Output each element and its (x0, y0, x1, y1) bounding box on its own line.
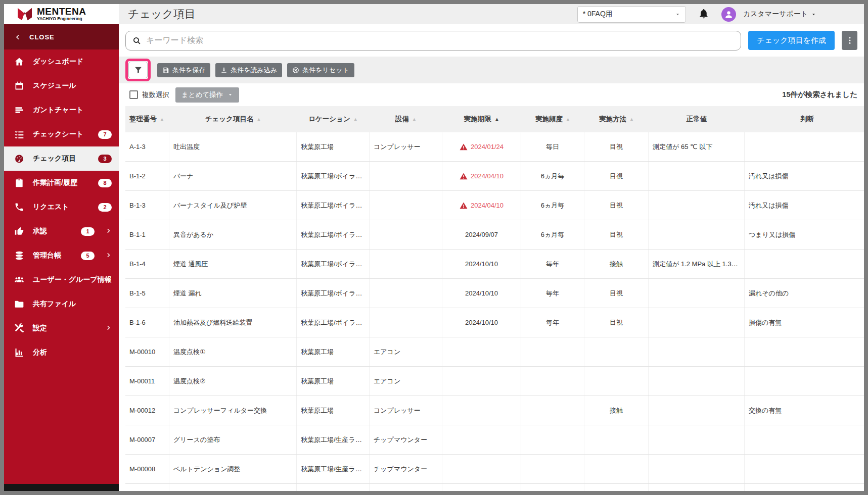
cell-empty (169, 484, 297, 491)
column-header-frequency[interactable]: 実施頻度▲ (521, 106, 584, 132)
table-row-B-1-6[interactable]: B-1-6油加熱器及び燃料送給装置秋葉原工場/ボイラ…2024/10/10毎年目… (125, 308, 864, 337)
sidebar-item-dashboard[interactable]: ダッシュボード (4, 49, 119, 74)
cell-location: 秋葉原工場 (297, 367, 370, 395)
cell-method (584, 455, 649, 483)
table-row-A-1-3[interactable]: A-1-3吐出温度秋葉原工場コンプレッサー2024/01/24毎日目視測定値が … (125, 132, 864, 162)
table-row-B-1-4[interactable]: B-1-4煙道 通風圧秋葉原工場/ボイラ…2024/10/10毎年接触測定値が … (125, 250, 864, 279)
calendar-icon (14, 80, 25, 91)
sidebar-item-checkitem[interactable]: チェック項目 3 (4, 146, 119, 171)
cell-judgment: 交換の有無 (745, 396, 864, 425)
brand-logo-area[interactable]: MENTENA YACHIYO Engineering (4, 4, 119, 24)
column-header-name[interactable]: チェック項目名▲ (169, 106, 297, 132)
cell-normal (649, 367, 745, 395)
table-row-B-1-5[interactable]: B-1-5煙道 漏れ秋葉原工場/ボイラ…2024/10/10毎年目視漏れその他の (125, 279, 864, 308)
cell-deadline: 2024/10/10 (442, 250, 521, 278)
sidebar-item-users[interactable]: ユーザー・グループ情報 (4, 268, 119, 292)
reset-conditions-button[interactable]: 条件をリセット (287, 63, 354, 77)
cell-judgment: 汚れ又は損傷 (745, 162, 864, 190)
cell-judgment: 漏れその他の (745, 279, 864, 308)
person-icon (724, 10, 734, 19)
column-header-deadline[interactable]: 実施期限▲ (442, 106, 521, 132)
save-conditions-button[interactable]: 条件を保存 (157, 63, 210, 77)
sidebar-item-workplan[interactable]: 作業計画/履歴 8 (4, 171, 119, 195)
chevron-right-icon (103, 324, 112, 333)
sort-arrow-icon: ▲ (353, 117, 358, 122)
more-options-button[interactable] (842, 31, 857, 50)
sidebar-item-schedule[interactable]: スケジュール (4, 74, 119, 98)
gauge-icon (14, 153, 25, 164)
column-header-location[interactable]: ロケーション▲ (297, 106, 370, 132)
cell-normal (649, 191, 745, 220)
cell-frequency: 毎日 (521, 132, 584, 161)
cell-equipment (370, 308, 442, 337)
create-check-item-button[interactable]: チェック項目を作成 (748, 31, 835, 50)
multi-select-checkbox[interactable] (129, 90, 138, 99)
sidebar-close-button[interactable]: CLOSE (4, 24, 119, 49)
checklist-icon (14, 129, 25, 140)
sidebar-item-ledger[interactable]: 管理台帳 5 (4, 243, 119, 268)
column-header-no[interactable]: 整理番号▲ (125, 106, 169, 132)
column-header-judgment[interactable]: 判断 (745, 106, 864, 132)
table-header-row: 整理番号▲チェック項目名▲ロケーション▲設備▲実施期限▲実施頻度▲実施方法▲正常… (125, 106, 864, 132)
table-row-M-00011[interactable]: M-00011温度点検②秋葉原工場エアコン (125, 367, 864, 396)
load-conditions-button[interactable]: 条件を読み込み (215, 63, 282, 77)
table-row-B-1-3[interactable]: B-1-3バーナスタイル及び炉壁秋葉原工場/ボイラ…2024/04/106ヵ月毎… (125, 191, 864, 220)
table-row-M-00007[interactable]: M-00007グリースの塗布秋葉原工場/生産ラ…チップマウンター (125, 425, 864, 455)
table-row-B-1-1[interactable]: B-1-1異音があるか秋葉原工場/ボイラ…2024/09/076ヵ月毎目視つまり… (125, 220, 864, 250)
cell-method (584, 367, 649, 395)
sidebar-item-approval[interactable]: 承認 1 (4, 219, 119, 243)
cell-frequency: 6ヵ月毎 (521, 220, 584, 249)
workspace-select[interactable]: * 0FAQ用 (577, 6, 686, 23)
column-header-equipment[interactable]: 設備▲ (370, 106, 442, 132)
cell-normal (649, 220, 745, 249)
cell-judgment (745, 455, 864, 483)
table-row-B-1-2[interactable]: B-1-2バーナ秋葉原工場/ボイラ…2024/04/106ヵ月毎目視汚れ又は損傷 (125, 162, 864, 191)
search-box[interactable] (125, 31, 741, 51)
sidebar-item-files[interactable]: 共有ファイル (4, 292, 119, 316)
brand-name: MENTENA (37, 7, 86, 16)
table-body: A-1-3吐出温度秋葉原工場コンプレッサー2024/01/24毎日目視測定値が … (125, 132, 864, 491)
cell-frequency: 毎年 (521, 279, 584, 308)
user-menu[interactable]: カスタマーサポート (743, 10, 816, 19)
column-header-method[interactable]: 実施方法▲ (584, 106, 649, 132)
sidebar-item-checksheet[interactable]: チェックシート 7 (4, 122, 119, 146)
sidebar-item-settings[interactable]: 設定 (4, 316, 119, 340)
sidebar-badge: 7 (98, 130, 112, 139)
cell-judgment: 損傷の有無 (745, 308, 864, 337)
cell-no: B-1-6 (125, 308, 169, 337)
notification-bell-icon[interactable] (698, 8, 710, 20)
filter-button[interactable] (128, 62, 148, 78)
sidebar-item-gantt[interactable]: ガントチャート (4, 98, 119, 122)
sidebar-item-analysis[interactable]: 分析 (4, 340, 119, 365)
sort-arrow-icon: ▲ (160, 117, 164, 122)
cell-judgment: 汚れ又は損傷 (745, 191, 864, 220)
bulk-action-button[interactable]: まとめて操作 (175, 87, 239, 103)
cell-name: バーナ (169, 162, 297, 190)
deadline-text: 2024/10/10 (465, 260, 498, 268)
result-count: 15件が検索されました (782, 90, 857, 100)
table-row-M-00012[interactable]: M-00012コンプレッサーフィルター交換秋葉原工場コンプレッサー接触交換の有無 (125, 396, 864, 425)
sidebar-item-request[interactable]: リクエスト 2 (4, 195, 119, 219)
column-header-normal[interactable]: 正常値 (649, 106, 745, 132)
multi-select-control: 複数選択 (129, 90, 169, 100)
cell-no: B-1-1 (125, 220, 169, 249)
cell-equipment (370, 220, 442, 249)
table-row-M-00010[interactable]: M-00010温度点検①秋葉原工場エアコン (125, 337, 864, 367)
sidebar-close-label: CLOSE (29, 33, 55, 41)
column-label-location: ロケーション (308, 115, 350, 124)
table-row-M-00008[interactable]: M-00008ベルトテンション調整秋葉原工場/生産ラ…チップマウンター (125, 455, 864, 484)
deadline-text: 2024/10/10 (465, 319, 498, 326)
cell-normal (649, 337, 745, 366)
user-avatar[interactable] (721, 7, 736, 22)
cell-location: 秋葉原工場/ボイラ… (297, 191, 370, 220)
search-input[interactable] (146, 36, 734, 45)
check-items-table: 整理番号▲チェック項目名▲ロケーション▲設備▲実施期限▲実施頻度▲実施方法▲正常… (119, 106, 864, 491)
cell-frequency (521, 367, 584, 395)
column-label-method: 実施方法 (599, 115, 626, 124)
cell-deadline (442, 367, 521, 395)
bulk-action-label: まとめて操作 (181, 90, 223, 100)
column-label-name: チェック項目名 (205, 115, 254, 124)
screenshot-frame: MENTENA YACHIYO Engineering CLOSE ダッシュボー… (0, 0, 868, 495)
cell-normal (649, 396, 745, 425)
cell-name: 吐出温度 (169, 132, 297, 161)
